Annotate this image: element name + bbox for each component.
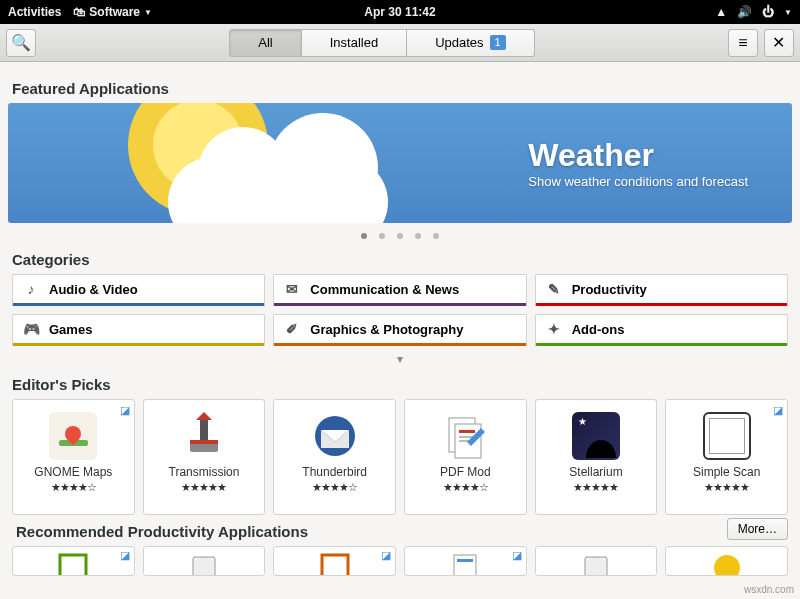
categories-grid: ♪Audio & Video ✉Communication & News ✎Pr…: [8, 274, 792, 346]
chevron-down-icon: ▼: [144, 8, 152, 17]
source-flag-icon: ◪: [120, 549, 130, 562]
mail-icon: ✉: [284, 281, 300, 297]
view-tabs: All Installed Updates 1: [229, 29, 534, 57]
app-name: GNOME Maps: [34, 466, 112, 479]
svg-point-15: [714, 555, 740, 576]
transmission-icon: [180, 412, 228, 460]
pager-dot[interactable]: [415, 233, 421, 239]
app-icon: [448, 551, 482, 576]
expand-categories[interactable]: ▾: [8, 346, 792, 368]
app-menu-label: Software: [89, 5, 140, 19]
app-icon: [56, 551, 90, 576]
app-card[interactable]: [535, 546, 658, 576]
app-name: Thunderbird: [302, 466, 367, 479]
svg-rect-1: [190, 440, 218, 444]
gamepad-icon: 🎮: [23, 321, 39, 337]
app-icon: [579, 551, 613, 576]
banner-title: Weather: [528, 137, 748, 174]
pager-dot[interactable]: [379, 233, 385, 239]
picks-heading: Editor's Picks: [12, 376, 788, 393]
tab-label: Installed: [330, 35, 378, 50]
app-card-gnome-maps[interactable]: ◪ GNOME Maps ★★★★☆: [12, 399, 135, 515]
app-rating: ★★★★☆: [51, 481, 96, 494]
svg-rect-2: [200, 420, 208, 440]
thunderbird-icon: [311, 412, 359, 460]
svg-rect-11: [322, 555, 348, 576]
music-icon: ♪: [23, 281, 39, 297]
plugin-icon: ✦: [546, 321, 562, 337]
svg-rect-6: [459, 430, 475, 433]
tab-all[interactable]: All: [229, 29, 301, 57]
menu-button[interactable]: ≡: [728, 29, 758, 57]
app-rating: ★★★★☆: [443, 481, 488, 494]
category-label: Games: [49, 322, 92, 337]
source-flag-icon: ◪: [120, 404, 130, 417]
category-label: Audio & Video: [49, 282, 138, 297]
header-bar: 🔍 All Installed Updates 1 ≡ ✕: [0, 24, 800, 62]
source-flag-icon: ◪: [512, 549, 522, 562]
app-menu[interactable]: 🛍 Software ▼: [73, 5, 152, 19]
search-icon: 🔍: [11, 33, 31, 52]
featured-heading: Featured Applications: [12, 80, 788, 97]
cloud-graphic: [168, 157, 388, 223]
category-graphics[interactable]: ✐Graphics & Photography: [273, 314, 526, 346]
category-games[interactable]: 🎮Games: [12, 314, 265, 346]
pdf-mod-icon: [441, 412, 489, 460]
svg-rect-9: [60, 555, 86, 576]
pager-dot[interactable]: [433, 233, 439, 239]
recommended-grid: ◪ ◪ ◪: [8, 542, 792, 576]
shopping-bag-icon: 🛍: [73, 5, 85, 19]
app-name: Simple Scan: [693, 466, 760, 479]
gnome-top-bar: Activities 🛍 Software ▼ Apr 30 11:42 ▲ 🔊…: [0, 0, 800, 24]
tab-installed[interactable]: Installed: [302, 29, 407, 57]
featured-banner[interactable]: Weather Show weather conditions and fore…: [8, 103, 792, 223]
stellarium-icon: [572, 412, 620, 460]
category-audio-video[interactable]: ♪Audio & Video: [12, 274, 265, 306]
tab-updates[interactable]: Updates 1: [407, 29, 535, 57]
app-card[interactable]: [665, 546, 788, 576]
category-label: Productivity: [572, 282, 647, 297]
activities-button[interactable]: Activities: [8, 5, 61, 19]
updates-badge: 1: [490, 35, 506, 50]
pager-dot[interactable]: [397, 233, 403, 239]
app-card-thunderbird[interactable]: Thunderbird ★★★★☆: [273, 399, 396, 515]
search-button[interactable]: 🔍: [6, 29, 36, 57]
close-button[interactable]: ✕: [764, 29, 794, 57]
app-card-simple-scan[interactable]: ◪ Simple Scan ★★★★★: [665, 399, 788, 515]
pencil-icon: ✎: [546, 281, 562, 297]
hamburger-icon: ≡: [738, 34, 747, 52]
close-icon: ✕: [772, 33, 785, 52]
banner-pager: [8, 223, 792, 243]
network-icon[interactable]: ▲: [715, 5, 727, 19]
simple-scan-icon: [703, 412, 751, 460]
source-flag-icon: ◪: [773, 404, 783, 417]
volume-icon[interactable]: 🔊: [737, 5, 752, 19]
recommended-heading: Recommended Productivity Applications: [16, 523, 308, 540]
picks-grid: ◪ GNOME Maps ★★★★☆ Transmission ★★★★★ Th…: [8, 399, 792, 515]
app-rating: ★★★★★: [181, 481, 226, 494]
category-label: Communication & News: [310, 282, 459, 297]
pager-dot[interactable]: [361, 233, 367, 239]
app-icon: [187, 551, 221, 576]
app-rating: ★★★★☆: [312, 481, 357, 494]
more-button[interactable]: More…: [727, 518, 788, 540]
app-card[interactable]: ◪: [404, 546, 527, 576]
app-card[interactable]: ◪: [12, 546, 135, 576]
main-content: Featured Applications Weather Show weath…: [0, 62, 800, 599]
svg-rect-12: [454, 555, 476, 576]
category-communication[interactable]: ✉Communication & News: [273, 274, 526, 306]
tab-label: All: [258, 35, 272, 50]
app-card-stellarium[interactable]: Stellarium ★★★★★: [535, 399, 658, 515]
app-card[interactable]: ◪: [273, 546, 396, 576]
chevron-down-icon[interactable]: ▼: [784, 8, 792, 17]
app-icon: [710, 551, 744, 576]
app-card[interactable]: [143, 546, 266, 576]
app-card-pdf-mod[interactable]: PDF Mod ★★★★☆: [404, 399, 527, 515]
clock[interactable]: Apr 30 11:42: [364, 5, 435, 19]
app-card-transmission[interactable]: Transmission ★★★★★: [143, 399, 266, 515]
category-productivity[interactable]: ✎Productivity: [535, 274, 788, 306]
app-icon: [318, 551, 352, 576]
power-icon[interactable]: ⏻: [762, 5, 774, 19]
source-flag-icon: ◪: [381, 549, 391, 562]
category-addons[interactable]: ✦Add-ons: [535, 314, 788, 346]
